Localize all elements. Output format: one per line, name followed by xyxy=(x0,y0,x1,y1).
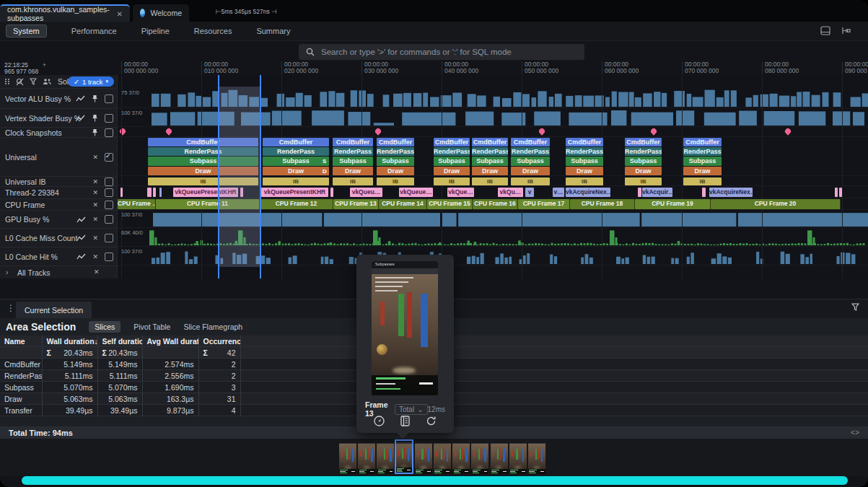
trace-slice[interactable]: RenderPass xyxy=(377,147,414,156)
trace-slice[interactable]: Draw xyxy=(472,167,508,175)
users-icon[interactable] xyxy=(43,78,51,85)
trace-slice[interactable]: RenderPass xyxy=(511,147,550,156)
trace-slice[interactable]: Draw xyxy=(263,167,329,175)
track-label-row[interactable]: L0 Cache Hit %✕ xyxy=(0,247,117,266)
trace-slice[interactable]: Subpass xyxy=(263,157,329,165)
tab-resources[interactable]: Resources xyxy=(194,27,232,35)
track-count-pill[interactable]: ✓ 1 track ▾ xyxy=(68,76,114,87)
close-icon[interactable]: ✕ xyxy=(92,154,98,161)
refresh-icon[interactable] xyxy=(425,415,437,427)
visibility-checkbox[interactable] xyxy=(105,215,113,224)
tab-slice-flamegraph[interactable]: Slice Flamegraph xyxy=(183,323,242,331)
trace-slice[interactable]: Subpass xyxy=(333,157,373,165)
frame-thumbnail[interactable] xyxy=(452,441,470,474)
visibility-checkbox[interactable] xyxy=(105,128,113,137)
trace-slice[interactable]: CmdBuffer xyxy=(625,138,662,146)
all-tracks-row[interactable]: › All Tracks ✕ xyxy=(0,266,117,279)
close-icon[interactable]: ✕ xyxy=(94,268,100,276)
cpu-frame-slice[interactable]: CPU Frame 18 xyxy=(570,199,635,209)
trace-slice[interactable]: Draw xyxy=(511,167,550,175)
panel-filter-icon[interactable] xyxy=(851,303,859,311)
trace-slice[interactable]: CmdBuffer xyxy=(566,138,603,146)
selection-highlight-bar[interactable] xyxy=(22,476,848,485)
frame-thumbnail[interactable] xyxy=(471,441,488,474)
sort-columns-icon[interactable] xyxy=(4,78,10,85)
close-icon[interactable]: ✕ xyxy=(92,216,98,223)
cpu-frame-slice[interactable]: CPU Frame 14 xyxy=(379,199,427,209)
trace-slice[interactable]: RenderPass xyxy=(333,147,373,156)
visibility-checkbox[interactable] xyxy=(105,201,113,209)
trace-slice[interactable]: CmdBuffer xyxy=(472,138,508,146)
close-icon[interactable]: ✕ xyxy=(92,234,98,242)
trace-slice[interactable]: Draw xyxy=(333,167,373,175)
line-chart-icon[interactable] xyxy=(76,115,85,121)
trace-slice[interactable]: IB xyxy=(263,177,329,185)
col-occurrences[interactable]: Occurrences xyxy=(198,335,240,347)
trace-slice[interactable]: Subpass xyxy=(683,157,722,165)
visibility-checkbox[interactable] xyxy=(105,253,113,261)
trace-slice[interactable] xyxy=(839,188,842,197)
line-chart-icon[interactable] xyxy=(76,216,86,223)
selection-boundary-line[interactable] xyxy=(260,75,261,278)
trace-slice[interactable]: Subpass xyxy=(472,157,508,165)
clock-snapshot-marker[interactable] xyxy=(538,127,545,135)
trace-slice[interactable]: IB xyxy=(472,177,508,185)
close-icon[interactable]: ✕ xyxy=(92,178,98,185)
tab-trace[interactable]: com.khronos.vulkan_samples-subpasses ✕ xyxy=(0,4,130,22)
close-icon[interactable]: ✕ xyxy=(117,10,123,18)
panel-layout-icon[interactable] xyxy=(820,26,830,35)
col-wall-duration[interactable]: Wall duration↓ xyxy=(42,335,97,347)
area-selection-region[interactable] xyxy=(218,87,260,267)
range-dropdown[interactable]: Total⌄ xyxy=(395,404,428,415)
track-label-row[interactable]: Universal✕ xyxy=(0,138,117,177)
clock-snapshot-marker[interactable] xyxy=(118,127,126,135)
visibility-checkbox[interactable] xyxy=(105,234,113,242)
frame-thumbnail[interactable] xyxy=(509,441,527,474)
trace-slice[interactable]: RenderPass xyxy=(263,147,329,156)
visibility-checkbox[interactable] xyxy=(105,188,113,197)
visibility-checkbox[interactable] xyxy=(105,177,113,186)
cpu-frame-slice[interactable]: CPU Frame … xyxy=(118,199,156,209)
trace-slice[interactable]: Subpass xyxy=(511,157,550,165)
track-label-row[interactable]: Vertex Shader Busy % xyxy=(0,109,117,128)
trace-slice[interactable]: IB xyxy=(377,177,414,185)
pin-icon[interactable] xyxy=(92,128,98,136)
frame-thumbnail[interactable] xyxy=(528,441,545,474)
trace-slice[interactable] xyxy=(159,188,162,197)
trace-slice[interactable]: v… xyxy=(553,188,564,197)
track-label-row[interactable]: Universal IB✕ xyxy=(0,177,117,187)
trace-slice[interactable]: Draw xyxy=(377,167,414,175)
cpu-frame-slice[interactable]: CPU Frame 15 xyxy=(427,199,473,209)
frame-thumbnail[interactable] xyxy=(377,441,394,474)
frame-filmstrip[interactable] xyxy=(0,439,868,476)
frame-thumbnail[interactable] xyxy=(491,441,508,474)
trace-slice[interactable]: v xyxy=(525,188,534,197)
visibility-checkbox[interactable] xyxy=(105,95,113,103)
frame-thumbnail[interactable] xyxy=(358,441,375,474)
trace-slice[interactable]: Draw xyxy=(434,167,470,175)
line-chart-icon[interactable] xyxy=(76,234,86,241)
close-icon[interactable]: ✕ xyxy=(92,253,98,260)
visibility-checkbox[interactable] xyxy=(105,153,113,162)
frame-thumbnail[interactable] xyxy=(415,441,432,474)
cpu-frame-slice[interactable]: CPU Frame 13 xyxy=(333,199,379,209)
trace-slice[interactable]: Draw xyxy=(566,167,603,175)
trace-slice[interactable]: CmdBuffer xyxy=(434,138,470,146)
split-view-icon[interactable] xyxy=(841,26,851,35)
trace-slice[interactable]: vkQueuePresentKHR xyxy=(261,188,328,197)
tab-summary[interactable]: Summary xyxy=(256,27,290,35)
trace-slice[interactable]: IB xyxy=(333,177,373,185)
filter-icon[interactable] xyxy=(30,78,37,85)
clock-snapshot-marker[interactable] xyxy=(374,127,382,135)
tab-welcome[interactable]: Welcome xyxy=(133,4,189,22)
close-icon[interactable]: ✕ xyxy=(92,189,98,196)
kebab-menu-icon[interactable]: ⋮ xyxy=(6,303,15,313)
line-chart-icon[interactable] xyxy=(76,253,86,260)
track-label-row[interactable]: Vector ALU Busy % xyxy=(0,89,117,109)
col-self-duration[interactable]: Self duration xyxy=(97,335,142,347)
trace-slice[interactable]: RenderPass xyxy=(625,147,662,156)
trace-slice[interactable]: Subpass xyxy=(434,157,470,165)
trace-slice[interactable]: vkAcquireNex… xyxy=(709,188,753,197)
trace-slice[interactable]: CmdBuffer xyxy=(377,138,414,146)
pin-icon[interactable] xyxy=(92,114,98,122)
